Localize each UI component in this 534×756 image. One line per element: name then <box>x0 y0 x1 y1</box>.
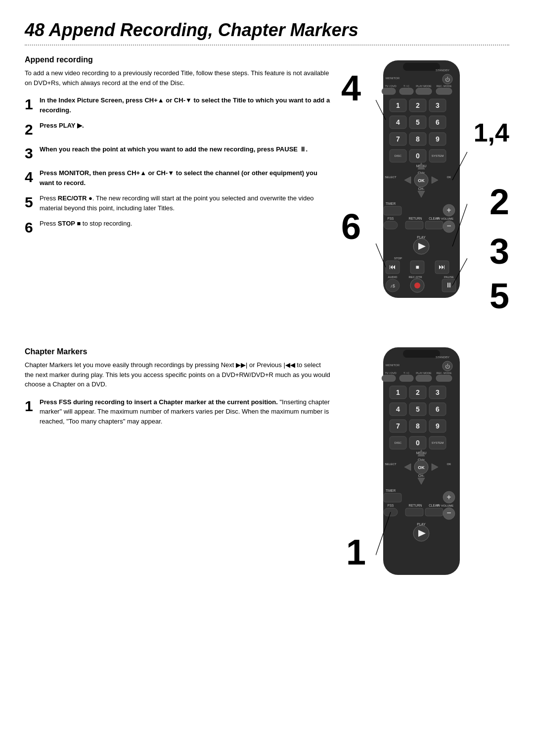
step-3-content: When you reach the point at which you wa… <box>40 144 331 154</box>
svg-text:PLAY MODE: PLAY MODE <box>416 372 432 375</box>
svg-text:6: 6 <box>436 118 440 126</box>
svg-text:TIMER: TIMER <box>386 489 396 492</box>
svg-text:6: 6 <box>436 405 440 413</box>
bottom-remote: STANDBY ⏻ MONITOR TV / DVD T / C PLAY MO… <box>376 347 467 586</box>
bottom-remote-svg: STANDBY ⏻ MONITOR TV / DVD T / C PLAY MO… <box>376 347 467 585</box>
svg-text:1: 1 <box>396 101 400 109</box>
step-5-content: Press REC/OTR ●. The new recording will … <box>40 193 331 213</box>
chapter-markers-text: Chapter Markers Chapter Markers let you … <box>25 347 331 595</box>
callout-1-4: 1,4 <box>474 120 509 145</box>
svg-rect-99 <box>436 375 452 381</box>
callout-6: 6 <box>341 209 361 244</box>
svg-text:OK: OK <box>418 465 425 470</box>
svg-text:−: − <box>446 509 451 517</box>
svg-rect-13 <box>436 88 452 94</box>
step-4-content: Press MONITOR, then press CH+▲ or CH-▼ t… <box>40 168 331 188</box>
svg-text:2: 2 <box>416 101 420 109</box>
svg-text:SYSTEM: SYSTEM <box>432 441 444 444</box>
svg-text:REC.OTR: REC.OTR <box>409 276 423 279</box>
svg-text:FSS: FSS <box>388 504 394 507</box>
step-6: 6 Press STOP ■ to stop recording. <box>25 219 331 236</box>
append-recording-heading: Append recording <box>25 55 331 64</box>
bottom-callout-1: 1 <box>346 534 366 570</box>
svg-rect-93 <box>382 375 396 381</box>
svg-text:9: 9 <box>436 135 440 143</box>
svg-rect-11 <box>416 88 432 94</box>
step-4: 4 Press MONITOR, then press CH+▲ or CH-▼… <box>25 168 331 188</box>
svg-rect-95 <box>400 375 413 381</box>
svg-text:7: 7 <box>396 135 400 143</box>
callout-5: 5 <box>490 278 509 314</box>
svg-text:1: 1 <box>396 388 400 396</box>
top-remote-diagram: 4 1,4 2 6 3 5 <box>341 55 509 313</box>
svg-text:+: + <box>446 493 451 501</box>
step-2: 2 Press PLAY ▶. <box>25 121 331 139</box>
chapter-step-1-number: 1 <box>25 397 40 415</box>
section-spacer <box>25 332 509 347</box>
svg-text:SELECT: SELECT <box>385 176 397 179</box>
chapter-markers-intro: Chapter Markers let you move easily thro… <box>25 360 331 389</box>
svg-rect-56 <box>405 221 423 229</box>
append-recording-section: Append recording To add a new video reco… <box>25 55 509 313</box>
svg-text:3: 3 <box>436 101 440 109</box>
svg-text:TV VOLUME: TV VOLUME <box>437 504 454 507</box>
svg-text:7: 7 <box>396 422 400 430</box>
chapter-step-1: 1 Press FSS during recording to insert a… <box>25 397 331 426</box>
step-2-content: Press PLAY ▶. <box>40 121 331 131</box>
svg-rect-58 <box>425 221 443 229</box>
svg-point-78 <box>414 283 420 288</box>
svg-rect-97 <box>416 375 432 381</box>
svg-rect-142 <box>405 508 423 516</box>
svg-text:RETURN: RETURN <box>408 504 422 507</box>
svg-text:+: + <box>446 206 451 214</box>
svg-rect-50 <box>384 206 401 215</box>
svg-text:OK: OK <box>418 178 425 183</box>
callout-4-topleft: 4 <box>341 70 361 106</box>
svg-rect-7 <box>382 88 396 94</box>
callout-3: 3 <box>490 234 509 269</box>
step-1: 1 In the Index Picture Screen, press CH+… <box>25 95 331 115</box>
svg-text:−: − <box>446 222 451 230</box>
svg-text:DISC: DISC <box>395 441 402 444</box>
svg-text:OK: OK <box>447 176 451 179</box>
svg-rect-136 <box>384 493 401 502</box>
svg-text:STANDBY: STANDBY <box>436 356 449 359</box>
svg-text:⏻: ⏻ <box>445 364 450 369</box>
svg-text:9: 9 <box>436 422 440 430</box>
step-3: 3 When you reach the point at which you … <box>25 144 331 162</box>
svg-text:5: 5 <box>416 118 420 126</box>
step-6-content: Press STOP ■ to stop recording. <box>40 219 331 229</box>
svg-text:8: 8 <box>416 135 420 143</box>
step-4-number: 4 <box>25 168 40 186</box>
append-steps-list: 1 In the Index Picture Screen, press CH+… <box>25 95 331 236</box>
svg-text:AUDIO: AUDIO <box>388 276 397 279</box>
svg-text:PAUSE: PAUSE <box>444 276 454 279</box>
svg-rect-87 <box>403 350 440 358</box>
svg-text:SYSTEM: SYSTEM <box>432 154 444 157</box>
svg-text:MONITOR: MONITOR <box>386 364 400 367</box>
step-2-number: 2 <box>25 121 40 139</box>
svg-text:TIMER: TIMER <box>386 202 396 205</box>
svg-text:♪$: ♪$ <box>390 284 395 288</box>
append-recording-intro: To add a new video recording to a previo… <box>25 68 331 88</box>
step-1-content: In the Index Picture Screen, press CH+▲ … <box>40 95 331 115</box>
append-recording-text: Append recording To add a new video reco… <box>25 55 331 313</box>
svg-text:SELECT: SELECT <box>385 463 397 466</box>
svg-text:TV / DVD: TV / DVD <box>385 85 396 88</box>
step-6-number: 6 <box>25 219 40 236</box>
svg-text:5: 5 <box>416 405 420 413</box>
svg-text:REC. MODE: REC. MODE <box>436 85 452 88</box>
step-1-number: 1 <box>25 95 40 113</box>
chapter-step-1-content: Press FSS during recording to insert a C… <box>40 397 331 426</box>
svg-text:⏸: ⏸ <box>445 281 452 289</box>
chapter-markers-heading: Chapter Markers <box>25 347 331 356</box>
svg-text:8: 8 <box>416 422 420 430</box>
svg-text:3: 3 <box>436 388 440 396</box>
svg-text:4: 4 <box>396 118 400 126</box>
svg-text:0: 0 <box>416 439 420 447</box>
svg-text:REC. MODE: REC. MODE <box>436 372 452 375</box>
svg-rect-144 <box>425 508 443 516</box>
step-5-number: 5 <box>25 193 40 211</box>
svg-text:FSS: FSS <box>388 217 394 220</box>
svg-text:OK: OK <box>447 463 451 466</box>
